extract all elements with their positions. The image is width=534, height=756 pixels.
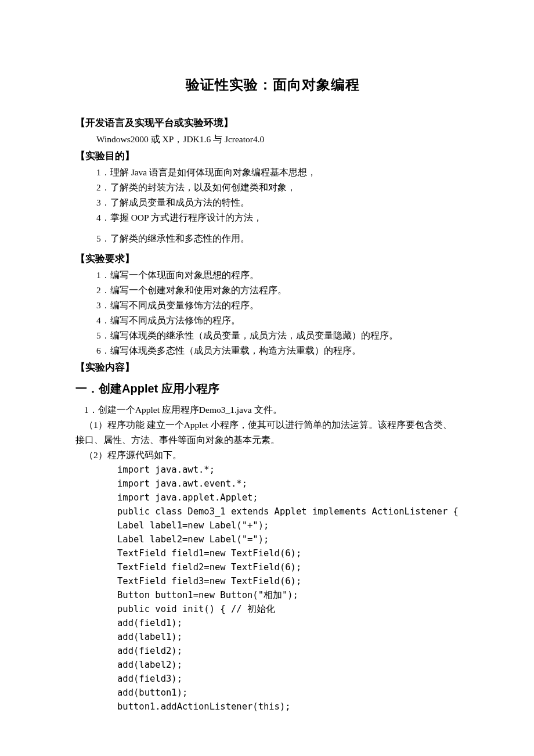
code-line: public class Demo3_1 extends Applet impl…	[117, 505, 470, 519]
requirement-item-6: 6．编写体现类多态性（成员方法重载，构造方法重载）的程序。	[96, 343, 470, 358]
section-header-requirements: 【实验要求】	[75, 252, 470, 265]
content-desc-1b: 接口、属性、方法、事件等面向对象的基本元素。	[75, 433, 470, 448]
code-line: public void init() { // 初始化	[117, 602, 470, 616]
requirement-item-2: 2．编写一个创建对象和使用对象的方法程序。	[96, 283, 470, 298]
objective-item-1: 1．理解 Java 语言是如何体现面向对象编程基本思想，	[96, 165, 470, 180]
code-line: add(label1);	[117, 630, 470, 644]
code-line: import java.awt.event.*;	[117, 477, 470, 491]
code-line: Button button1=new Button("相加");	[117, 588, 470, 602]
section-header-objectives: 【实验目的】	[75, 149, 470, 163]
code-line: add(field1);	[117, 616, 470, 630]
objective-item-2: 2．了解类的封装方法，以及如何创建类和对象，	[96, 180, 470, 195]
code-line: Label label2=new Label("=");	[117, 532, 470, 546]
content-step-1: 1．创建一个Applet 应用程序Demo3_1.java 文件。	[75, 402, 470, 417]
code-line: TextField field2=new TextField(6);	[117, 560, 470, 574]
requirement-item-3: 3．编写不同成员变量修饰方法的程序。	[96, 298, 470, 313]
document-title: 验证性实验：面向对象编程	[75, 75, 470, 94]
content-desc-1a: （1）程序功能 建立一个Applet 小程序，使其可以进行简单的加法运算。该程序…	[75, 417, 470, 433]
code-line: add(label2);	[117, 658, 470, 672]
objective-item-3: 3．了解成员变量和成员方法的特性。	[96, 195, 470, 210]
subsection-title-applet: 一．创建Applet 应用小程序	[75, 381, 470, 397]
requirement-item-5: 5．编写体现类的继承性（成员变量，成员方法，成员变量隐藏）的程序。	[96, 328, 470, 343]
code-line: add(button1);	[117, 686, 470, 700]
code-line: Label label1=new Label("+");	[117, 519, 470, 532]
document-page: 验证性实验：面向对象编程 【开发语言及实现平台或实验环境】 Windows200…	[0, 0, 534, 748]
requirement-item-1: 1．编写一个体现面向对象思想的程序。	[96, 268, 470, 283]
dev-env-text: Windows2000 或 XP，JDK1.6 与 Jcreator4.0	[96, 132, 470, 147]
code-line: TextField field1=new TextField(6);	[117, 546, 470, 560]
requirement-item-4: 4．编写不同成员方法修饰的程序。	[96, 313, 470, 328]
code-line: import java.applet.Applet;	[117, 491, 470, 505]
code-line: add(field3);	[117, 672, 470, 686]
objective-item-5: 5．了解类的继承性和多态性的作用。	[96, 231, 470, 246]
code-line: import java.awt.*;	[117, 463, 470, 477]
code-line: button1.addActionListener(this);	[117, 700, 470, 714]
section-header-dev-env: 【开发语言及实现平台或实验环境】	[75, 116, 470, 129]
section-header-content: 【实验内容】	[75, 361, 470, 374]
objective-item-4: 4．掌握 OOP 方式进行程序设计的方法，	[96, 210, 470, 225]
code-line: TextField field3=new TextField(6);	[117, 574, 470, 588]
content-desc-2: （2）程序源代码如下。	[75, 448, 470, 463]
code-line: add(field2);	[117, 644, 470, 658]
